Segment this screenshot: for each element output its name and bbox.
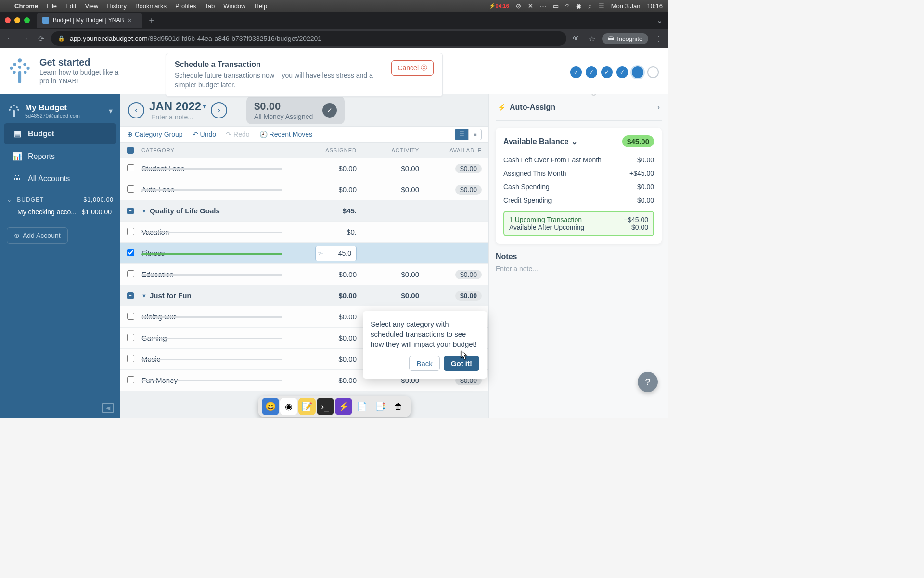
cell-assigned[interactable]: $0.: [294, 228, 357, 236]
next-month-button[interactable]: ›: [211, 102, 227, 118]
nav-reload-icon[interactable]: ⟳: [36, 34, 46, 43]
th-available[interactable]: AVAILABLE: [419, 147, 482, 153]
step-dot-current[interactable]: [632, 66, 643, 78]
menu-profiles[interactable]: Profiles: [175, 2, 196, 10]
available-pill[interactable]: $0.00: [455, 291, 482, 301]
battery-status-icon[interactable]: ▭: [553, 2, 559, 10]
help-fab-button[interactable]: ?: [638, 372, 658, 392]
dock-terminal-icon[interactable]: ›_: [317, 398, 334, 415]
view-default-button[interactable]: ☰: [455, 129, 468, 140]
th-activity[interactable]: ACTIVITY: [357, 147, 419, 153]
menu-bookmarks[interactable]: Bookmarks: [135, 2, 167, 10]
assigned-input[interactable]: [325, 247, 354, 260]
row-checkbox[interactable]: [127, 376, 134, 383]
cell-assigned[interactable]: $0.00: [294, 334, 357, 342]
battery-icon[interactable]: ⚡04:16: [489, 3, 509, 9]
row-checkbox[interactable]: [127, 185, 134, 193]
dock-trash-icon[interactable]: 🗑: [390, 398, 407, 415]
cell-assigned[interactable]: $0.00: [294, 355, 357, 363]
status-icon[interactable]: ⋯: [540, 2, 546, 10]
upcoming-link[interactable]: 1 Upcoming Transaction: [509, 216, 582, 223]
table-row[interactable]: −▼Just for Fun$0.00$0.00$0.00: [120, 285, 488, 306]
sidebar-item-reports[interactable]: 📊 Reports: [4, 146, 116, 167]
table-row[interactable]: Vacation$0.: [120, 222, 488, 243]
undo-button[interactable]: ↶ Undo: [192, 131, 216, 138]
eye-off-icon[interactable]: 👁: [571, 34, 582, 43]
menu-tab[interactable]: Tab: [205, 2, 215, 10]
kebab-menu-icon[interactable]: ⋮: [653, 34, 664, 43]
window-minimize-icon[interactable]: [14, 17, 20, 23]
collapse-sidebar-button[interactable]: ◀: [102, 403, 114, 413]
group-collapse-checkbox[interactable]: −: [127, 208, 134, 214]
menu-help[interactable]: Help: [255, 2, 268, 10]
menubar-app[interactable]: Chrome: [14, 2, 38, 10]
status-icon[interactable]: ✕: [528, 2, 533, 10]
available-pill[interactable]: $0.00: [455, 270, 482, 279]
menu-history[interactable]: History: [107, 2, 126, 10]
menu-view[interactable]: View: [85, 2, 98, 10]
sidebar-item-budget[interactable]: ▤ Budget: [4, 123, 116, 144]
table-row[interactable]: Education$0.00$0.00$0.00: [120, 264, 488, 285]
cell-assigned[interactable]: $0.00: [294, 164, 357, 172]
table-row[interactable]: Student Loan$0.00$0.00$0.00: [120, 158, 488, 179]
window-zoom-icon[interactable]: [24, 17, 30, 23]
table-row[interactable]: Auto Loan$0.00$0.00$0.00: [120, 179, 488, 200]
window-close-icon[interactable]: [5, 17, 11, 23]
month-note-input[interactable]: Enter a note...: [151, 113, 206, 121]
collapse-triangle-icon[interactable]: ▼: [141, 208, 147, 214]
url-input[interactable]: 🔒 app.youneedabudget.com/88d9501d-fd6b-4…: [51, 31, 566, 46]
new-tab-button[interactable]: ＋: [147, 14, 156, 26]
group-collapse-checkbox[interactable]: −: [127, 292, 134, 299]
menubar-time[interactable]: 10:16: [647, 2, 663, 10]
tab-close-icon[interactable]: ×: [128, 16, 131, 24]
back-button[interactable]: Back: [409, 356, 439, 371]
dock-notes-icon[interactable]: 📝: [298, 398, 316, 415]
prev-month-button[interactable]: ‹: [128, 102, 144, 118]
row-checkbox[interactable]: [127, 249, 134, 256]
add-account-button[interactable]: ⊕ Add Account: [7, 227, 68, 244]
control-icon[interactable]: ☰: [599, 2, 604, 10]
row-checkbox[interactable]: [127, 355, 134, 362]
add-category-group-button[interactable]: ⊕ Category Group: [127, 131, 183, 138]
row-checkbox[interactable]: [127, 334, 134, 341]
account-row[interactable]: My checking acco... $1,000.00: [7, 203, 114, 221]
view-compact-button[interactable]: ≡: [468, 129, 482, 140]
dock-app-icon[interactable]: ⚡: [335, 398, 352, 415]
step-dot-pending[interactable]: [647, 66, 659, 78]
collapse-triangle-icon[interactable]: ▼: [141, 293, 147, 299]
table-row[interactable]: −▼Quality of Life Goals$45.: [120, 200, 488, 222]
row-checkbox[interactable]: [127, 313, 134, 320]
row-checkbox[interactable]: [127, 228, 134, 235]
recent-moves-button[interactable]: 🕘 Recent Moves: [259, 131, 312, 138]
row-checkbox[interactable]: [127, 164, 134, 171]
step-dot-done[interactable]: ✓: [570, 66, 582, 78]
tabs-overflow-icon[interactable]: ⌄: [656, 16, 663, 25]
month-selector[interactable]: JAN 2022 ▾: [149, 100, 206, 113]
row-checkbox[interactable]: [127, 270, 134, 277]
dock-app-icon[interactable]: 📄: [353, 398, 371, 415]
sidebar-item-accounts[interactable]: 🏛 All Accounts: [4, 169, 116, 189]
cancel-button[interactable]: Cancel ⓧ: [391, 60, 434, 76]
notes-input[interactable]: Enter a note...: [496, 265, 662, 273]
lock-icon[interactable]: 🔒: [58, 35, 65, 42]
cell-assigned[interactable]: $45.: [294, 207, 357, 215]
menu-edit[interactable]: Edit: [65, 2, 76, 10]
cell-assigned[interactable]: $0.00: [294, 185, 357, 194]
budget-switcher[interactable]: My Budget 5d485270@uifeed.com ▾: [0, 99, 120, 122]
dock-finder-icon[interactable]: 😀: [262, 398, 279, 415]
got-it-button[interactable]: Got it!: [444, 356, 479, 371]
cell-assigned[interactable]: $0.00: [294, 376, 357, 384]
chevron-down-icon[interactable]: ⌄: [7, 197, 12, 203]
menubar-date[interactable]: Mon 3 Jan: [611, 2, 641, 10]
auto-assign-row[interactable]: ⚡ Auto-Assign ›: [496, 94, 662, 121]
cell-assigned[interactable]: $0.00: [294, 291, 357, 300]
star-icon[interactable]: ☆: [587, 34, 597, 43]
browser-tab[interactable]: Budget | My Budget | YNAB ×: [37, 13, 142, 28]
search-icon[interactable]: ⌕: [588, 2, 592, 10]
dock-chrome-icon[interactable]: ◉: [280, 398, 297, 415]
incognito-badge[interactable]: 🕶 Incognito: [602, 33, 648, 44]
wifi-icon[interactable]: ⌔: [565, 2, 569, 10]
control-center-icon[interactable]: ◉: [576, 2, 581, 10]
step-dot-done[interactable]: ✓: [586, 66, 597, 78]
th-assigned[interactable]: ASSIGNED: [294, 147, 357, 153]
